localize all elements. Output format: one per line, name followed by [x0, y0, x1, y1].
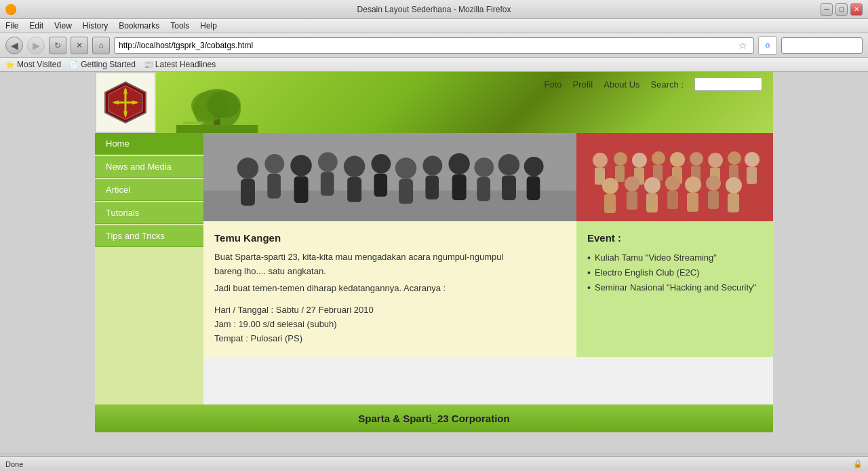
firefox-icon [5, 4, 16, 15]
svg-rect-70 [708, 191, 719, 209]
menu-file[interactable]: File [5, 21, 18, 31]
menu-history[interactable]: History [83, 21, 108, 31]
header-banner: Foto Profil About Us Search : [156, 72, 773, 133]
close-button[interactable]: ✕ [850, 3, 863, 16]
maximize-button[interactable]: □ [835, 3, 848, 16]
website: Foto Profil About Us Search : [95, 72, 773, 432]
search-label: Search : [651, 79, 684, 90]
back-button[interactable]: ◀ [5, 37, 23, 54]
google-icon: G [758, 36, 777, 55]
svg-point-30 [422, 156, 442, 176]
svg-rect-21 [294, 176, 309, 203]
menu-edit[interactable]: Edit [29, 21, 43, 31]
svg-point-18 [264, 154, 284, 174]
event-item-1: Kuliah Tamu "Video Streaming" [587, 250, 762, 265]
site-footer: Sparta & Sparti_23 Corporation [95, 404, 773, 432]
header-search-input[interactable] [694, 77, 762, 91]
events-column: Event : Kuliah Tamu "Video Streaming" El… [576, 221, 773, 357]
svg-rect-35 [477, 177, 490, 201]
page-icon: 📄 [69, 60, 79, 69]
forward-button[interactable]: ▶ [27, 37, 45, 54]
events-title: Event : [587, 232, 762, 244]
svg-point-32 [448, 153, 469, 174]
site-logo [102, 79, 149, 126]
menu-view[interactable]: View [54, 21, 72, 31]
svg-point-47 [652, 151, 665, 165]
minimize-button[interactable]: ─ [821, 3, 833, 16]
sidebar: Home News and Media Articel Tutorials Ti… [95, 133, 203, 404]
reload-button[interactable]: ↻ [49, 37, 66, 54]
site-header: Foto Profil About Us Search : [95, 72, 773, 133]
svg-point-61 [625, 176, 639, 191]
svg-rect-29 [399, 179, 413, 204]
article-details: Hari / Tanggal : Sabtu / 27 Februari 201… [214, 303, 566, 345]
bookmark-most-visited[interactable]: ⭐ Most Visited [5, 60, 61, 69]
nav-profil[interactable]: Profil [572, 79, 593, 90]
event-item-2: Electro English Club (E2C) [587, 265, 762, 280]
sidebar-item-articel[interactable]: Articel [95, 179, 203, 201]
photo-left [203, 133, 576, 221]
bookmark-latest-headlines[interactable]: 📰 Latest Headlines [144, 60, 216, 69]
nav-about[interactable]: About Us [604, 79, 639, 90]
menu-bookmarks[interactable]: Bookmarks [119, 21, 159, 31]
titlebar: Desain Layout Sederhana - Mozilla Firefo… [0, 0, 868, 19]
bw-photo [203, 133, 576, 221]
svg-rect-15 [203, 191, 576, 221]
content-area: Temu Kangen Buat Sparta-sparti 23, kita-… [203, 133, 773, 404]
article-para-2: Jadi buat temen-temen diharap kedatangan… [214, 282, 566, 296]
events-list: Kuliah Tamu "Video Streaming" Electro En… [587, 250, 762, 295]
svg-point-20 [290, 155, 311, 176]
svg-rect-23 [321, 172, 334, 195]
svg-rect-27 [374, 174, 387, 197]
sidebar-item-tips[interactable]: Tips and Tricks [95, 225, 203, 247]
sidebar-item-news[interactable]: News and Media [95, 156, 203, 178]
svg-rect-58 [747, 167, 757, 184]
search-input[interactable] [782, 41, 868, 50]
svg-rect-12 [176, 125, 258, 133]
article-body: Buat Sparta-sparti 23, kita-kita mau men… [214, 250, 566, 346]
color-photo [576, 133, 773, 221]
sidebar-item-home[interactable]: Home [95, 133, 203, 155]
menu-help[interactable]: Help [200, 21, 217, 31]
url-input[interactable] [119, 41, 736, 50]
svg-point-34 [474, 157, 494, 177]
menu-bar: File Edit View History Bookmarks Tools H… [0, 19, 868, 33]
menu-tools[interactable]: Tools [170, 21, 189, 31]
svg-rect-72 [728, 193, 739, 212]
nav-foto[interactable]: Foto [544, 79, 561, 90]
svg-point-41 [593, 153, 608, 168]
tree-decoration [176, 79, 258, 133]
sidebar-item-tutorials[interactable]: Tutorials [95, 202, 203, 224]
svg-point-53 [708, 153, 723, 168]
svg-point-67 [685, 176, 701, 193]
photo-strip [203, 133, 773, 221]
svg-rect-62 [627, 191, 637, 210]
bookmark-star[interactable]: ☆ [736, 39, 749, 52]
stop-button[interactable]: ✕ [71, 37, 88, 54]
search-bar: 🔍 [781, 37, 863, 54]
svg-point-43 [614, 152, 627, 166]
svg-point-63 [644, 177, 660, 193]
bookmarks-bar: ⭐ Most Visited 📄 Getting Started 📰 Lates… [0, 58, 868, 72]
svg-point-24 [344, 156, 365, 177]
svg-point-22 [318, 152, 338, 172]
svg-point-28 [395, 157, 416, 178]
window-title: Desain Layout Sederhana - Mozilla Firefo… [357, 5, 511, 14]
url-bar: ☆ [114, 37, 754, 54]
svg-point-69 [706, 176, 721, 191]
svg-point-55 [728, 151, 741, 165]
svg-point-65 [665, 176, 680, 191]
toolbar: ◀ ▶ ↻ ✕ ⌂ ☆ G 🔍 [0, 33, 868, 58]
svg-point-38 [524, 157, 544, 176]
svg-point-57 [745, 152, 760, 167]
svg-point-45 [632, 153, 647, 168]
svg-rect-64 [646, 193, 658, 212]
svg-rect-31 [425, 175, 439, 199]
bookmark-getting-started[interactable]: 📄 Getting Started [69, 60, 136, 69]
svg-rect-68 [687, 193, 698, 212]
home-button[interactable]: ⌂ [92, 37, 110, 54]
svg-point-26 [372, 154, 391, 174]
svg-rect-39 [527, 176, 540, 200]
svg-rect-37 [502, 175, 516, 200]
svg-point-71 [726, 177, 742, 193]
